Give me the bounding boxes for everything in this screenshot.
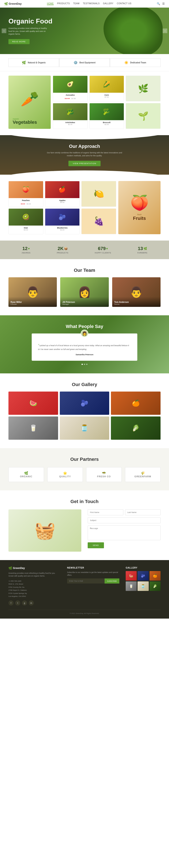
feature-team: ☀️ Dedicated Team — [110, 58, 161, 67]
fruit-card-blueberry[interactable]: 🫐 Blueberries $3.00 — [45, 209, 80, 234]
testimonial-card: 👩 I picked up a head of of local lettuce… — [32, 334, 137, 361]
footer-gallery-6[interactable]: 🥬 — [149, 581, 161, 591]
partner-2-icon: ⭐ — [59, 471, 71, 475]
team-card-tom: 👨 Tom Andersen Farmer — [112, 277, 161, 307]
jill-role: Manager — [62, 303, 107, 305]
footer-gallery-4[interactable]: 🥛 — [126, 581, 137, 591]
blueberry-image: 🫐 — [45, 209, 80, 225]
footer-gallery-2[interactable]: 🫐 — [138, 571, 148, 581]
artichoke-name: Artichokes — [54, 121, 86, 124]
newsletter-subscribe-button[interactable]: Subscribe — [105, 579, 119, 584]
products-icon: 📦 — [64, 247, 67, 250]
testimonials-title: What People Say — [8, 324, 161, 329]
fruit-card-apple[interactable]: 🍎 Apples $4.00 — [45, 181, 80, 207]
contact-name-row — [88, 509, 161, 515]
testimonial-quote: I picked up a head of of local lettuce a… — [38, 343, 131, 351]
contact-submit-button[interactable]: Send — [88, 542, 104, 548]
gallery-item-3[interactable]: 🍊 — [111, 392, 161, 415]
gallery-item-4[interactable]: 🥛 — [8, 416, 58, 440]
broccoli-name: Broccoli — [91, 121, 123, 124]
footer-address-5: Los Angeles, CA 22541 — [8, 595, 61, 598]
hero-veggie-decoration — [104, 8, 163, 54]
testimonial-dot-2[interactable] — [84, 364, 85, 365]
contact-first-name-input[interactable] — [88, 509, 123, 515]
footer-gallery-3[interactable]: 🍊 — [149, 571, 161, 581]
partner-logo-3[interactable]: 🥗 Fresh Co — [86, 467, 122, 482]
nav-logo[interactable]: 🌿 GreenDay — [4, 2, 22, 5]
gallery-item-1[interactable]: 🍉 — [8, 392, 58, 415]
footer-about: 🌿 GreenDay GreenDay provides most refres… — [8, 566, 61, 606]
partners-grid: 🌿 Organic ⭐ Quality 🥗 Fresh Co 🌾 GreenFa… — [8, 467, 161, 482]
nav-link-gallery[interactable]: Gallery — [103, 2, 113, 5]
partner-logo-4[interactable]: 🌾 GreenFarm — [125, 467, 161, 482]
hero-subtitle: GreenDay provides most refreshing & heal… — [8, 27, 51, 36]
stat-farmers-number: 13 🌿 — [138, 246, 147, 251]
apple-name: Apples — [47, 199, 78, 202]
social-facebook[interactable]: f — [8, 600, 13, 606]
partner-1-text: 🌿 Organic — [20, 471, 32, 478]
newsletter-input-row: Subscribe — [67, 579, 119, 584]
product-card-broccoli[interactable]: 🥦 Broccoli $2.00 — [89, 103, 124, 129]
team-section: Our Team 👨 Ryan Miller Founder 👩 Jill Pe… — [0, 259, 169, 315]
partner-4-icon: 🌾 — [134, 471, 151, 475]
gallery-item-2[interactable]: 🫐 — [60, 392, 109, 415]
artichoke-info: Artichokes $2.00 — [53, 120, 87, 127]
stat-awards: 12 ♥ Awards — [22, 246, 30, 254]
stat-products-label: Products — [57, 252, 68, 254]
team-title: Our Team — [8, 268, 161, 273]
partner-logo-1[interactable]: 🌿 Organic — [8, 467, 44, 482]
approach-presentation-button[interactable]: View Presentation — [68, 161, 100, 166]
social-twitter[interactable]: t — [15, 600, 20, 606]
menu-icon[interactable]: ☰ — [162, 2, 165, 5]
fruit-card-kiwi[interactable]: 🥝 Kiwi $3.00 — [8, 209, 43, 234]
footer-gallery-5[interactable]: 🫙 — [138, 581, 148, 591]
jill-avatar: 👩 — [78, 286, 91, 298]
nav-link-team[interactable]: Team — [73, 2, 79, 5]
testimonial-dot-1[interactable] — [82, 364, 83, 365]
corn-info: Corn $7.00 — [90, 93, 124, 99]
search-icon[interactable]: 🔍 — [157, 2, 160, 5]
nav-link-products[interactable]: Products — [57, 2, 70, 5]
contact-form: Send — [88, 509, 161, 548]
avocado-sale-price: $12.00 — [65, 98, 70, 99]
social-google[interactable]: g — [22, 600, 27, 606]
nav-link-home[interactable]: Home — [47, 2, 54, 5]
hero-next-arrow[interactable]: › — [163, 29, 167, 33]
testimonials-section: What People Say 👩 I picked up a head of … — [0, 315, 169, 373]
gallery-section: Our Gallery 🍉 🫐 🍊 🥛 🫙 🥬 — [0, 373, 169, 448]
product-card-corn[interactable]: 🌽 Corn $7.00 — [89, 75, 124, 101]
contact-last-name-input[interactable] — [125, 509, 161, 515]
features-bar: 🌿 Natural & Organic ⚙️ Best Equipment ☀️… — [0, 54, 169, 71]
product-card-avocado[interactable]: 🥑 Avocados $12.00 $7.00 — [53, 75, 88, 101]
hero-prev-arrow[interactable]: ‹ — [2, 29, 6, 33]
team-card-ryan: 👨 Ryan Miller Founder — [8, 277, 57, 307]
footer-gallery-title: Gallery — [126, 566, 161, 569]
broccoli-price: $2.00 — [91, 124, 123, 125]
testimonial-dot-3[interactable] — [86, 364, 87, 365]
gallery-item-6[interactable]: 🥬 — [111, 416, 161, 440]
fruit-featured-label: fresh — [137, 214, 142, 216]
fruit-featured-card: 🍑 fresh Fruits — [118, 181, 161, 234]
social-linkedin[interactable]: in — [29, 600, 34, 606]
footer-social: f t g in — [8, 600, 61, 606]
approach-title: Our Approach — [8, 144, 161, 149]
footer-address-4: 5720 Crystal Springs Sq. — [8, 592, 61, 595]
footer-gallery-1[interactable]: 🍉 — [126, 571, 137, 581]
contact-subject-input[interactable] — [88, 518, 161, 523]
contact-section: Get in Touch 🧺 Send — [0, 490, 169, 560]
partner-logo-2[interactable]: ⭐ Quality — [47, 467, 83, 482]
product-card-artichoke[interactable]: 🥦 Artichokes $2.00 — [53, 103, 88, 129]
products-grid: 🥕 organic Vegetables 🥑 Avocados $12.00 $… — [8, 75, 161, 129]
newsletter-email-input[interactable] — [67, 579, 105, 584]
peach-price: $4.00 — [27, 203, 31, 205]
contact-message-input[interactable] — [88, 525, 161, 540]
ryan-role: Founder — [10, 303, 55, 305]
approach-text: Our farm strictly combines the tradition… — [45, 151, 124, 157]
gallery-grid: 🍉 🫐 🍊 🥛 🫙 🥬 — [8, 392, 161, 440]
nav-link-contact[interactable]: Contact Us — [117, 2, 132, 5]
gallery-item-5[interactable]: 🫙 — [60, 416, 109, 440]
nav-link-testimonials[interactable]: Testimonials — [83, 2, 100, 5]
fruit-card-peach[interactable]: 🍑 Peaches $6.00 $4.00 — [8, 181, 43, 207]
hero-read-more-button[interactable]: Read More — [8, 39, 30, 44]
product-card-placeholder: 🌿 — [126, 75, 161, 101]
